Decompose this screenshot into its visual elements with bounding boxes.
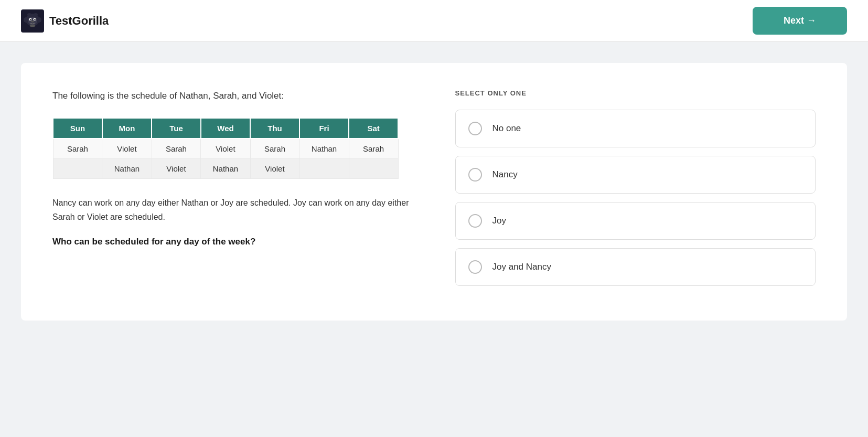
- svg-point-12: [30, 24, 35, 27]
- option-joy-label: Joy: [492, 216, 506, 226]
- svg-point-10: [27, 13, 31, 16]
- cell-sun-r2: [53, 158, 102, 178]
- table-row: Nathan Violet Nathan Violet: [53, 158, 398, 178]
- svg-point-6: [34, 19, 35, 20]
- cell-wed-r1: Violet: [201, 138, 250, 159]
- next-button[interactable]: Next →: [753, 7, 847, 35]
- select-label: SELECT ONLY ONE: [455, 89, 816, 97]
- day-tue: Tue: [152, 118, 201, 138]
- question-intro: The following is the schedule of Nathan,…: [52, 89, 413, 103]
- radio-joy-and-nancy[interactable]: [468, 260, 482, 274]
- cell-thu-r1: Sarah: [250, 138, 299, 159]
- description-text: Nancy can work on any day either Nathan …: [52, 196, 413, 224]
- cell-fri-r2: [299, 158, 349, 178]
- svg-point-11: [34, 13, 38, 16]
- radio-no-one[interactable]: [468, 122, 482, 135]
- cell-sun-r1: Sarah: [53, 138, 102, 159]
- option-joy-and-nancy-label: Joy and Nancy: [492, 262, 551, 272]
- content-area: The following is the schedule of Nathan,…: [0, 42, 868, 437]
- logo-icon: [21, 9, 44, 33]
- cell-tue-r1: Sarah: [152, 138, 201, 159]
- svg-point-7: [31, 20, 34, 22]
- svg-point-8: [24, 17, 28, 23]
- option-nancy-label: Nancy: [492, 169, 518, 180]
- cell-tue-r2: Violet: [152, 158, 201, 178]
- day-wed: Wed: [201, 118, 250, 138]
- table-header-row: Sun Mon Tue Wed Thu Fri Sat: [53, 118, 398, 138]
- cell-wed-r2: Nathan: [201, 158, 250, 178]
- cell-thu-r2: Violet: [250, 158, 299, 178]
- logo: TestGorilla: [21, 9, 109, 33]
- radio-joy[interactable]: [468, 214, 482, 228]
- radio-nancy[interactable]: [468, 168, 482, 182]
- day-sun: Sun: [53, 118, 102, 138]
- day-mon: Mon: [102, 118, 152, 138]
- cell-fri-r1: Nathan: [299, 138, 349, 159]
- cell-sat-r2: [349, 158, 398, 178]
- logo-text: TestGorilla: [49, 14, 109, 28]
- schedule-table: Sun Mon Tue Wed Thu Fri Sat Sarah Violet…: [52, 118, 399, 179]
- day-sat: Sat: [349, 118, 398, 138]
- option-nancy[interactable]: Nancy: [455, 156, 816, 194]
- cell-mon-r2: Nathan: [102, 158, 152, 178]
- day-thu: Thu: [250, 118, 299, 138]
- cell-mon-r1: Violet: [102, 138, 152, 159]
- option-no-one-label: No one: [492, 123, 521, 134]
- table-row: Sarah Violet Sarah Violet Sarah Nathan S…: [53, 138, 398, 159]
- question-bold: Who can be scheduled for any day of the …: [52, 237, 413, 247]
- option-joy[interactable]: Joy: [455, 202, 816, 240]
- main-card: The following is the schedule of Nathan,…: [21, 63, 847, 321]
- day-fri: Fri: [299, 118, 349, 138]
- left-column: The following is the schedule of Nathan,…: [52, 89, 413, 294]
- svg-point-5: [30, 19, 31, 20]
- option-joy-and-nancy[interactable]: Joy and Nancy: [455, 248, 816, 286]
- right-column: SELECT ONLY ONE No one Nancy Joy Joy and…: [455, 89, 816, 294]
- cell-sat-r1: Sarah: [349, 138, 398, 159]
- svg-point-9: [37, 17, 41, 23]
- option-no-one[interactable]: No one: [455, 110, 816, 147]
